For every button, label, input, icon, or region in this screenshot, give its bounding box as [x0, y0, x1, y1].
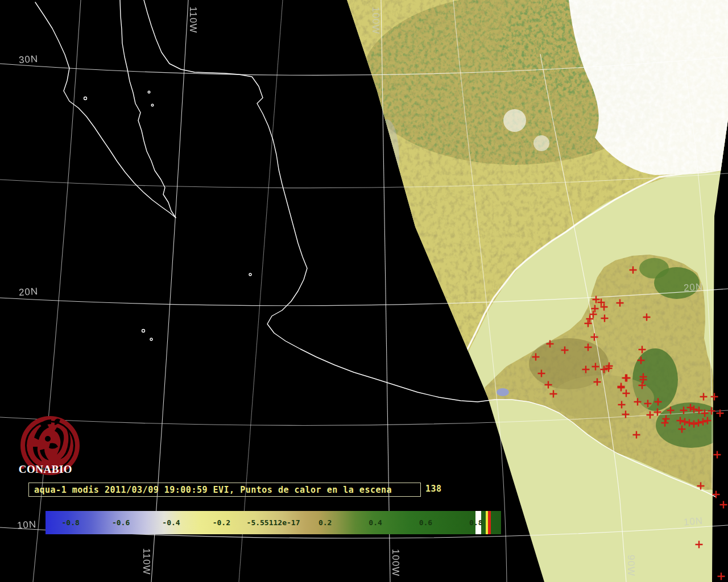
fire-hotspot-marker — [718, 573, 725, 580]
scene-count: 138 — [425, 484, 442, 494]
satellite-map-viewport: 30N 20N 10N 20N 10N 110W 100W 110W 100W … — [0, 0, 728, 582]
colorbar-tick-labels: -0.8-0.6-0.4-0.2-5.55112e-170.20.40.60.8 — [46, 511, 501, 534]
lat-label-20n-right: 20N — [683, 281, 703, 294]
colorbar-tick: -0.8 — [46, 511, 96, 534]
evi-colorbar: -0.8-0.6-0.4-0.2-5.55112e-170.20.40.60.8 — [46, 511, 501, 534]
lon-label-110w-top: 110W — [187, 6, 198, 33]
lat-label-10n-right: 10N — [683, 516, 704, 529]
conabio-wordmark: CONABIO — [14, 463, 77, 476]
lon-label-100w-top: 100W — [370, 7, 381, 34]
colorbar-tick: 0.2 — [300, 511, 350, 534]
colorbar-tick: -0.2 — [196, 511, 246, 534]
lon-label-90w-bottom: 90W — [625, 555, 636, 576]
lat-label-20n-left: 20N — [18, 286, 38, 298]
fire-hotspot-marker — [714, 451, 721, 459]
lon-label-110w-bottom: 110W — [140, 548, 152, 575]
lat-label-10n-left: 10N — [16, 519, 36, 531]
lon-label-100w-bottom: 100W — [390, 549, 401, 576]
caption-box: aqua-1 modis 2011/03/09 19:00:59 EVI, Pu… — [28, 483, 421, 497]
caption-text: aqua-1 modis 2011/03/09 19:00:59 EVI, Pu… — [29, 485, 392, 495]
coastal-lagoon — [497, 388, 509, 396]
lat-label-30n-left: 30N — [18, 53, 38, 66]
colorbar-tick: 0.8 — [451, 511, 501, 534]
colorbar-tick: 0.4 — [350, 511, 400, 534]
colorbar-tick: 0.6 — [400, 511, 450, 534]
islands — [84, 91, 252, 340]
fire-hotspot-marker — [713, 491, 720, 498]
colorbar-tick: -5.55112e-17 — [247, 511, 300, 534]
colorbar-tick: -0.4 — [146, 511, 196, 534]
fire-hotspot-marker — [720, 501, 727, 509]
colorbar-tick: -0.6 — [96, 511, 146, 534]
